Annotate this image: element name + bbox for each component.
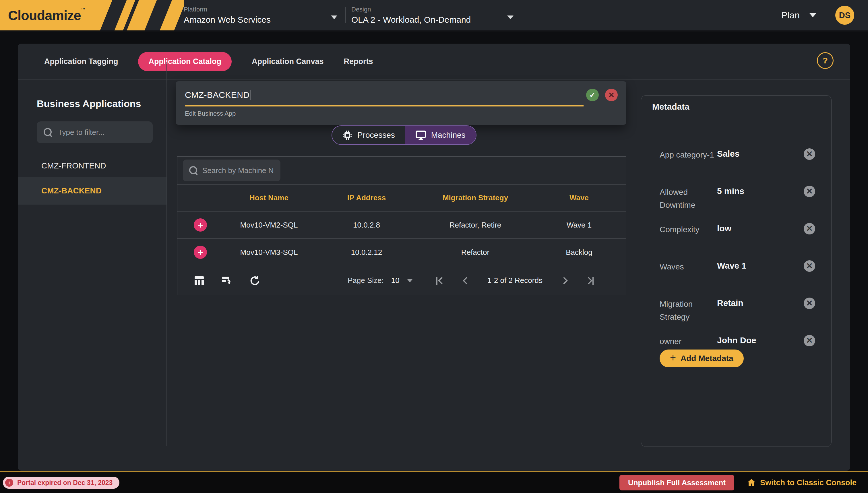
metadata-key: Complexity: [660, 223, 717, 236]
metadata-value: Retain: [717, 298, 804, 308]
sidebar-item-cmz-frontend[interactable]: CMZ-FRONTEND: [18, 155, 167, 177]
metadata-key: Migration Strategy: [660, 298, 717, 323]
metadata-key: Allowed Downtime: [660, 186, 717, 212]
edit-business-app-panel: CMZ-BACKEND ✓ ✕ Edit Business App: [176, 81, 626, 125]
metadata-key: App category-1: [660, 148, 717, 161]
last-page-button[interactable]: [586, 278, 592, 283]
unpublish-full-assessment-button[interactable]: Unpublish Full Assessment: [619, 475, 734, 490]
status-bar: i Portal expired on Dec 31, 2023 Unpubli…: [0, 471, 868, 493]
remove-metadata-button[interactable]: ✕: [804, 335, 815, 346]
remove-metadata-button[interactable]: ✕: [804, 260, 815, 272]
metadata-row-waves: WavesWave 1✕: [660, 260, 815, 289]
first-page-button[interactable]: [438, 278, 444, 283]
cell-host-name: Mov10-VM2-SQL: [223, 221, 315, 230]
edit-caption: Edit Business App: [185, 110, 618, 117]
metadata-row-migration-strategy: Migration StrategyRetain✕: [660, 298, 815, 326]
previous-page-button[interactable]: [463, 278, 468, 283]
chevron-down-icon: [507, 16, 513, 19]
design-select[interactable]: Design OLA 2 - Workload, On-Demand: [351, 0, 516, 30]
plan-menu[interactable]: Plan: [781, 10, 816, 21]
expand-row-button[interactable]: +: [194, 245, 207, 259]
table-header-row: Host Name IP Address Migration Strategy …: [177, 184, 626, 211]
design-value: OLA 2 - Workload, On-Demand: [351, 15, 516, 25]
metadata-panel: Metadata App category-1Sales✕Allowed Dow…: [641, 95, 831, 447]
column-header-migration-strategy: Migration Strategy: [419, 193, 532, 202]
pagination: 1-2 of 2 Records: [438, 276, 592, 285]
chevron-down-icon: [809, 13, 816, 17]
toggle-processes[interactable]: Processes: [332, 126, 405, 144]
home-icon: [747, 478, 756, 487]
cell-wave: Wave 1: [532, 221, 626, 230]
column-header-ip-address: IP Address: [315, 193, 419, 202]
business-app-list: CMZ-FRONTENDCMZ-BACKEND: [18, 155, 167, 205]
chevron-down-icon[interactable]: [407, 279, 413, 282]
metadata-key: owner: [660, 335, 717, 348]
portal-expired-badge: i Portal expired on Dec 31, 2023: [3, 477, 120, 489]
logo-stripe: [159, 0, 184, 30]
processes-machines-toggle: Processes Machines: [332, 125, 477, 145]
remove-metadata-button[interactable]: ✕: [804, 298, 815, 309]
plan-label: Plan: [781, 10, 800, 21]
table-row-mov10-vm3-sql: +Mov10-VM3-SQL10.0.2.12RefactorBacklog: [177, 238, 626, 266]
cell-wave: Backlog: [532, 248, 626, 257]
metadata-value: 5 mins: [717, 186, 804, 196]
remove-metadata-button[interactable]: ✕: [804, 148, 815, 160]
toggle-machines[interactable]: Machines: [405, 126, 476, 144]
cell-migration-strategy: Refactor: [419, 248, 532, 257]
column-header-host-name: Host Name: [223, 193, 315, 202]
page-size-value[interactable]: 10: [391, 276, 400, 285]
monitor-icon: [416, 130, 426, 140]
metadata-value: Wave 1: [717, 260, 804, 271]
filter-input[interactable]: [58, 128, 144, 137]
remove-metadata-button[interactable]: ✕: [804, 186, 815, 197]
portal-expired-text: Portal expired on Dec 31, 2023: [17, 479, 112, 487]
info-icon: i: [5, 479, 13, 487]
platform-label: Platform: [184, 6, 340, 13]
platform-select[interactable]: Platform Amazon Web Services: [184, 0, 340, 30]
cell-ip-address: 10.0.2.12: [315, 248, 419, 257]
logo-wordmark: Cloudamize™: [8, 7, 85, 23]
tab-application-tagging[interactable]: Application Tagging: [44, 52, 118, 71]
add-metadata-label: Add Metadata: [681, 354, 733, 363]
avatar[interactable]: DS: [835, 6, 854, 25]
design-label: Design: [351, 6, 516, 13]
machine-search-wrap: [183, 159, 280, 181]
machine-search-input[interactable]: [203, 166, 274, 175]
remove-metadata-button[interactable]: ✕: [804, 223, 815, 234]
metadata-title: Metadata: [641, 95, 831, 118]
chevron-down-icon: [331, 16, 337, 19]
add-metadata-button[interactable]: + Add Metadata: [660, 349, 744, 367]
next-page-button[interactable]: [562, 278, 567, 283]
table-row-mov10-vm2-sql: +Mov10-VM2-SQL10.0.2.8Refactor, RetireWa…: [177, 211, 626, 238]
cancel-button[interactable]: ✕: [605, 89, 618, 101]
confirm-button[interactable]: ✓: [586, 89, 599, 101]
page-size-label: Page Size:: [347, 276, 384, 285]
cloudamize-logo: Cloudamize™: [0, 0, 184, 30]
refresh-icon[interactable]: [248, 275, 260, 287]
search-icon: [44, 128, 52, 136]
machines-table-card: Host Name IP Address Migration Strategy …: [177, 156, 626, 295]
sidebar-item-cmz-backend[interactable]: CMZ-BACKEND: [18, 177, 167, 205]
filter-input-wrap: [37, 121, 153, 143]
expand-row-button[interactable]: +: [194, 218, 207, 232]
business-app-name-input[interactable]: CMZ-BACKEND: [185, 90, 250, 100]
input-underline: [185, 105, 584, 106]
table-body: +Mov10-VM2-SQL10.0.2.8Refactor, RetireWa…: [177, 211, 626, 266]
platform-value: Amazon Web Services: [184, 15, 340, 25]
metadata-row-complexity: Complexitylow✕: [660, 223, 815, 252]
columns-icon[interactable]: [193, 275, 205, 287]
metadata-list: App category-1Sales✕Allowed Downtime5 mi…: [641, 118, 831, 364]
main-panel: Application TaggingApplication CatalogAp…: [18, 44, 850, 471]
app-header: Cloudamize™ Platform Amazon Web Services…: [0, 0, 868, 32]
plus-icon: +: [670, 353, 676, 363]
switch-to-classic-console-link[interactable]: Switch to Classic Console: [747, 478, 856, 487]
column-header-wave: Wave: [532, 193, 626, 202]
metadata-value: low: [717, 223, 804, 233]
table-footer: Page Size: 10 1-2 of 2 Records: [177, 266, 626, 295]
row-settings-icon[interactable]: [221, 275, 233, 287]
search-icon: [189, 166, 198, 175]
trademark-symbol: ™: [81, 7, 85, 12]
records-count: 1-2 of 2 Records: [487, 276, 543, 285]
cell-ip-address: 10.0.2.8: [315, 221, 419, 230]
metadata-value: John Doe: [717, 335, 804, 345]
